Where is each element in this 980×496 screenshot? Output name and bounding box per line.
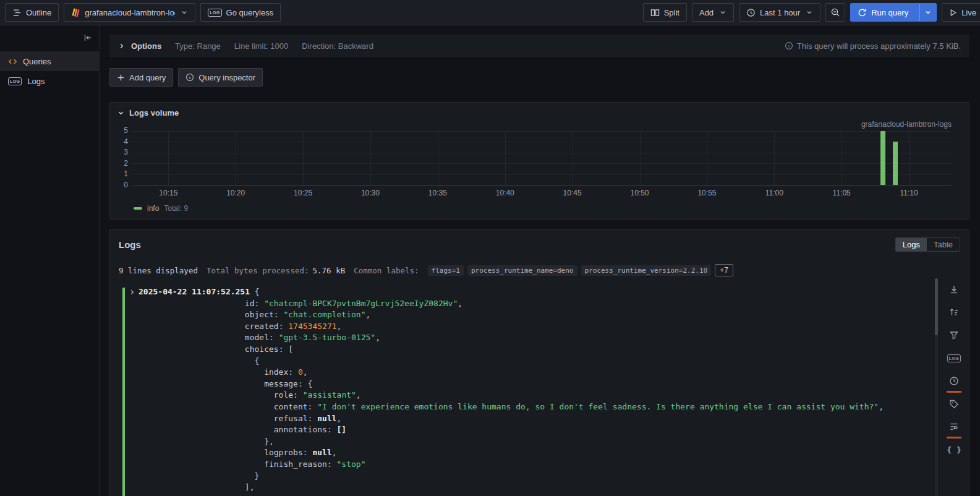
common-labels-chips: flags=1 process_runtime_name=deno proces…	[428, 264, 733, 276]
volume-bar	[893, 142, 898, 185]
outline-button[interactable]: Outline	[5, 3, 59, 22]
x-axis-tick: 10:20	[226, 189, 245, 197]
add-query-button[interactable]: Add query	[109, 68, 173, 87]
volume-bar	[880, 131, 885, 185]
h-gridline	[132, 174, 952, 175]
x-axis-tick: 10:55	[697, 189, 716, 197]
log-json-segment: ,	[337, 322, 342, 331]
log-json-segment: ],	[245, 482, 255, 492]
go-queryless-button[interactable]: LOG Go queryless	[200, 3, 281, 22]
outline-icon	[12, 8, 22, 17]
log-json-segment: ,	[337, 414, 342, 423]
log-options-icon[interactable]: LOG	[945, 349, 963, 367]
sort-order-icon[interactable]	[945, 304, 963, 321]
query-actions-row: Add query Query inspector	[109, 68, 969, 87]
log-json-segment: index	[264, 367, 288, 377]
time-range-picker[interactable]: Last 1 hour	[739, 3, 820, 22]
info-icon	[785, 41, 793, 50]
log-json-segment: logprobs	[264, 448, 303, 457]
log-json-segment: "assistant"	[303, 390, 356, 400]
more-labels-button[interactable]: +7	[715, 264, 733, 276]
x-axis-tick: 10:40	[496, 189, 514, 197]
y-axis-tick: 2	[124, 159, 128, 168]
split-icon	[650, 8, 660, 17]
log-json-line: role: "assistant",	[129, 390, 921, 401]
add-dropdown-button[interactable]: Add	[692, 3, 734, 22]
unique-labels-icon[interactable]	[945, 395, 963, 413]
wrap-lines-icon[interactable]	[945, 418, 963, 435]
log-json-segment: : [	[279, 344, 293, 354]
query-cost-text: This query will process approximately 7.…	[797, 41, 961, 51]
y-axis-tick: 1	[124, 170, 128, 179]
log-json-segment: :	[327, 425, 337, 434]
log-scrollbar[interactable]	[935, 278, 938, 496]
run-query-main[interactable]: Run query	[851, 4, 915, 21]
log-json-segment: annotations	[274, 425, 327, 434]
split-button[interactable]: Split	[643, 3, 687, 22]
log-row[interactable]: 2025-04-22 11:07:52.251 { id: "chatcmpl-…	[129, 286, 921, 494]
download-logs-icon[interactable]	[945, 281, 963, 298]
log-json-line: ],	[129, 482, 921, 494]
prettify-json-icon[interactable]: { }	[945, 441, 963, 458]
bytes-processed-value: 5.76 kB	[313, 266, 346, 275]
run-query-caret[interactable]	[919, 4, 936, 21]
lines-displayed: 9 lines displayed	[119, 266, 198, 275]
info-icon	[185, 73, 194, 82]
chevron-down-icon	[719, 9, 726, 16]
log-json-segment: null	[312, 448, 331, 457]
chart-y-axis: 543210	[116, 131, 132, 186]
filter-levels-icon[interactable]	[945, 327, 963, 344]
logs-panel-header: Logs Logs Table	[119, 237, 960, 252]
collapse-sidebar-icon[interactable]	[83, 33, 93, 43]
log-level-indicator	[122, 288, 125, 496]
log-expand-toggle[interactable]	[129, 289, 137, 296]
v-gridline	[774, 131, 775, 185]
h-gridline	[132, 163, 952, 164]
split-label: Split	[664, 8, 680, 17]
legend-swatch-info	[134, 207, 142, 210]
h-gridline	[132, 153, 952, 153]
logs-volume-header[interactable]: Logs volume	[116, 108, 963, 118]
option-line-limit: Line limit: 1000	[234, 41, 288, 51]
run-query-button[interactable]: Run query	[850, 3, 937, 22]
options-expand-toggle[interactable]: Options	[118, 41, 161, 51]
sidebar-items: Queries LOG Logs	[0, 51, 99, 91]
view-toggle-table[interactable]: Table	[927, 238, 960, 251]
zoom-out-button[interactable]	[825, 3, 845, 22]
explore-main: Options Type: Range Line limit: 1000 Dir…	[100, 25, 980, 496]
legend-total: Total: 9	[164, 204, 188, 213]
legend-label-info[interactable]: info	[147, 204, 159, 213]
run-query-label: Run query	[871, 8, 908, 17]
v-gridline	[370, 131, 371, 185]
log-badge-icon: LOG	[208, 9, 221, 17]
log-json-segment: object	[245, 310, 274, 319]
option-direction: Direction: Backward	[302, 41, 373, 51]
live-label: Live	[961, 8, 976, 17]
logs-volume-title: Logs volume	[129, 108, 179, 118]
view-toggle-logs[interactable]: Logs	[896, 238, 927, 251]
query-inspector-button[interactable]: Query inspector	[178, 68, 263, 87]
log-json-segment: ,	[303, 367, 308, 377]
show-time-icon[interactable]	[945, 372, 963, 390]
x-axis-tick: 11:10	[900, 189, 918, 197]
log-json-segment: :	[274, 310, 284, 319]
v-gridline	[236, 131, 236, 185]
log-json-line: model: "gpt-3.5-turbo-0125",	[129, 332, 921, 344]
y-axis-tick: 4	[124, 137, 128, 146]
v-gridline	[573, 131, 573, 185]
sidebar-item-logs[interactable]: LOG Logs	[0, 71, 99, 91]
log-json-segment: :	[308, 402, 318, 411]
datasource-picker[interactable]: grafanacloud-lambtron-logs	[64, 3, 195, 22]
v-gridline	[707, 131, 707, 185]
zoom-out-icon	[830, 7, 840, 17]
log-json-segment: 0	[298, 367, 303, 377]
log-json-line: logprobs: null,	[129, 447, 921, 459]
log-json-segment: "gpt-3.5-turbo-0125"	[279, 333, 376, 342]
logs-volume-chart: grafanacloud-lambtron-logs 543210 10:151…	[116, 120, 963, 213]
code-brackets-icon	[8, 57, 17, 66]
sidebar-item-queries[interactable]: Queries	[0, 51, 99, 71]
log-json-line: {	[129, 356, 921, 367]
log-scrollbar-thumb[interactable]	[935, 278, 938, 335]
live-button[interactable]: Live	[942, 3, 980, 22]
chart-plot-area[interactable]	[132, 131, 952, 186]
